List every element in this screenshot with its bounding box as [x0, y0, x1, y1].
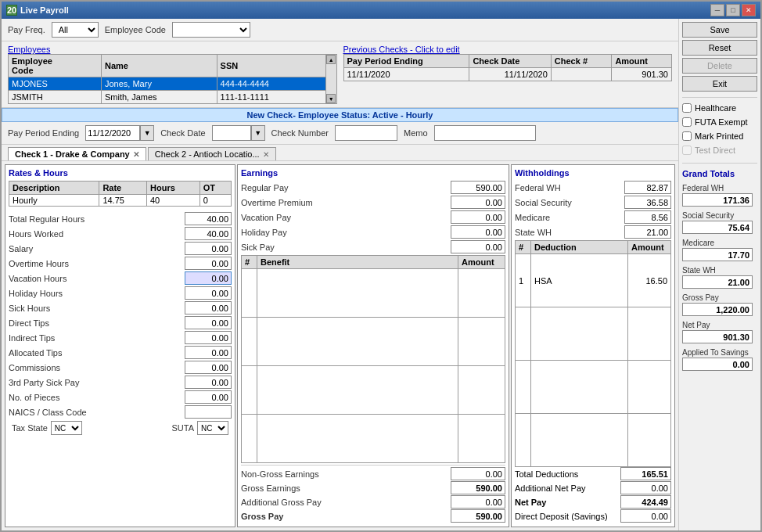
table-row[interactable]: 1 HSA 16.50	[516, 254, 671, 307]
total-deductions-row: Total Deductions	[515, 467, 671, 480]
prev-col-check: Check #	[551, 55, 612, 68]
grand-state-wh: State WH	[682, 266, 757, 289]
field-pieces: No. of Pieces	[9, 390, 232, 404]
tab-check1-close[interactable]: ✕	[133, 150, 139, 159]
grand-applied-savings: Applied To Savings	[682, 348, 757, 371]
reset-button[interactable]: Reset	[682, 40, 757, 56]
overtime-premium-input[interactable]	[451, 196, 505, 209]
healthcare-checkbox-row: Healthcare	[682, 103, 757, 113]
total-regular-hours-input[interactable]	[185, 212, 232, 225]
grand-social-security-input[interactable]	[682, 221, 753, 234]
tax-state-select[interactable]: NC	[51, 421, 82, 435]
grand-state-wh-input[interactable]	[682, 275, 753, 289]
gross-pay-input[interactable]	[451, 509, 505, 523]
holiday-hours-input[interactable]	[185, 286, 232, 300]
additional-gross-input[interactable]	[451, 495, 505, 509]
ben-col-benefit: Benefit	[257, 256, 458, 269]
social-security-input[interactable]	[624, 196, 671, 209]
check-date-field[interactable]	[212, 125, 251, 141]
additional-net-input[interactable]	[620, 481, 671, 494]
grand-social-security: Social Security	[682, 211, 757, 234]
minimize-button[interactable]: ─	[710, 4, 724, 16]
field-3rd-party-sick: 3rd Party Sick Pay	[9, 375, 232, 390]
table-row[interactable]: MJONES Jones, Mary 444-44-4444	[9, 77, 326, 91]
table-row[interactable]: Hourly 14.75 40 0	[9, 195, 232, 207]
direct-tips-input[interactable]	[185, 316, 232, 329]
memo-label: Memo	[404, 128, 428, 138]
table-row[interactable]: JSMITH Smith, James 111-11-1111	[9, 91, 326, 104]
table-row[interactable]: 11/11/2020 11/11/2020 901.30	[343, 68, 672, 81]
prev-checks-link[interactable]: Previous Checks - Click to edit	[343, 45, 460, 54]
commissions-input[interactable]	[185, 361, 232, 374]
medicare-input[interactable]	[624, 210, 671, 224]
healthcare-checkbox[interactable]	[682, 103, 692, 113]
pay-freq-select[interactable]: All	[52, 22, 99, 38]
pay-period-calendar-btn[interactable]: ▼	[140, 125, 154, 141]
withholdings-panel: Withholdings Federal WH Social Security …	[511, 164, 675, 527]
pay-period-field[interactable]: 11/12/2020	[85, 125, 140, 141]
tab-check2[interactable]: Check 2 - Antioch Locatio... ✕	[148, 147, 276, 160]
table-row	[242, 269, 505, 318]
vacation-hours-input[interactable]	[185, 271, 232, 285]
grand-gross-pay-input[interactable]	[682, 303, 753, 316]
regular-pay-input[interactable]	[451, 181, 505, 194]
maximize-button[interactable]: □	[726, 4, 740, 16]
federal-wh-input[interactable]	[624, 181, 671, 194]
sick-pay-input[interactable]	[451, 240, 505, 253]
grand-net-pay-input[interactable]	[682, 330, 753, 343]
scroll-up[interactable]: ▲	[326, 55, 336, 64]
memo-field[interactable]	[434, 125, 536, 141]
allocated-tips-input[interactable]	[185, 346, 232, 359]
employee-scrollbar[interactable]: ▲ ▼	[326, 54, 337, 104]
sick-hours-input[interactable]	[185, 301, 232, 315]
mark-printed-checkbox[interactable]	[682, 131, 692, 141]
3rd-party-sick-input[interactable]	[185, 376, 232, 389]
grand-medicare-input[interactable]	[682, 248, 753, 261]
additional-gross-row: Additional Gross Pay	[241, 495, 505, 509]
test-direct-checkbox	[682, 146, 692, 155]
pieces-input[interactable]	[185, 390, 232, 404]
grand-federal-wh-input[interactable]	[682, 193, 753, 207]
overtime-hours-input[interactable]	[185, 257, 232, 270]
field-overtime-hours: Overtime Hours	[9, 256, 232, 271]
earn-regular-pay: Regular Pay	[241, 181, 505, 194]
direct-deposit-input[interactable]	[620, 509, 671, 523]
net-pay-input[interactable]	[620, 495, 671, 509]
earn-overtime-premium: Overtime Premium	[241, 196, 505, 209]
save-button[interactable]: Save	[682, 22, 757, 38]
employees-link[interactable]: Employees	[8, 45, 50, 54]
futa-exempt-checkbox[interactable]	[682, 117, 692, 127]
scroll-down[interactable]: ▼	[326, 94, 336, 103]
table-row	[516, 414, 671, 467]
holiday-pay-input[interactable]	[451, 225, 505, 239]
naics-input[interactable]	[185, 405, 232, 419]
check-date-calendar-btn[interactable]: ▼	[251, 125, 265, 141]
net-pay-row: Net Pay	[515, 495, 671, 509]
rates-table: Description Rate Hours OT Hourly 14.75 4…	[9, 181, 232, 207]
grand-applied-savings-input[interactable]	[682, 358, 753, 371]
close-button[interactable]: ✕	[742, 4, 756, 16]
total-deductions-input[interactable]	[620, 467, 671, 480]
withholdings-summary: Total Deductions Additional Net Pay Net …	[515, 467, 671, 523]
field-allocated-tips: Allocated Tips	[9, 345, 232, 360]
vacation-pay-input[interactable]	[451, 210, 505, 224]
state-wh-input[interactable]	[624, 225, 671, 239]
grand-medicare: Medicare	[682, 239, 757, 261]
salary-input[interactable]	[185, 242, 232, 255]
suta-select[interactable]: NC	[197, 421, 228, 435]
non-gross-input[interactable]	[451, 467, 505, 480]
delete-button[interactable]: Delete	[682, 58, 757, 74]
gross-earnings-input[interactable]	[451, 481, 505, 494]
tabs-row: Check 1 - Drake & Company ✕ Check 2 - An…	[2, 145, 678, 161]
field-hours-worked: Hours Worked	[9, 226, 232, 241]
additional-net-row: Additional Net Pay	[515, 481, 671, 494]
exit-button[interactable]: Exit	[682, 76, 757, 92]
indirect-tips-input[interactable]	[185, 331, 232, 344]
tab-check2-close[interactable]: ✕	[263, 150, 269, 159]
tab-check1[interactable]: Check 1 - Drake & Company ✕	[8, 147, 146, 160]
employee-code-select[interactable]	[172, 22, 250, 38]
earnings-title: Earnings	[241, 168, 505, 178]
check-number-field[interactable]	[335, 125, 397, 141]
hours-worked-input[interactable]	[185, 227, 232, 240]
status-bar: New Check- Employee Status: Active - Hou…	[2, 108, 678, 122]
